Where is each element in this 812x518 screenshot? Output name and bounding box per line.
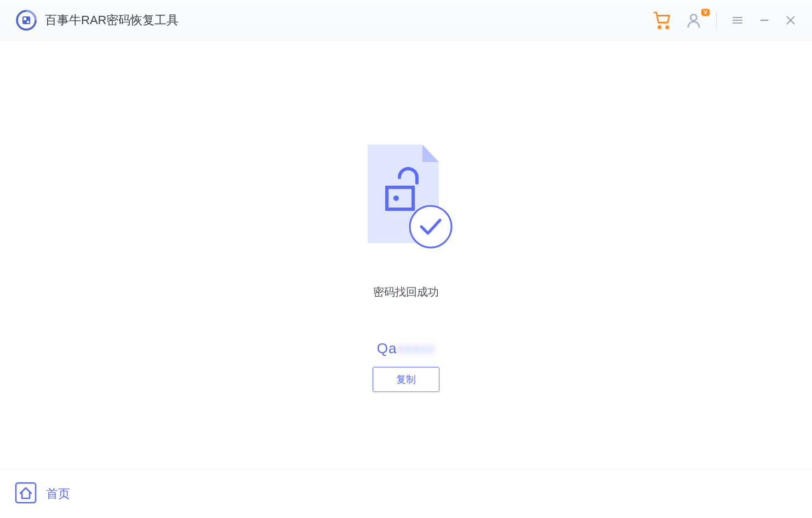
divider: [716, 12, 717, 28]
titlebar: 百事牛RAR密码恢复工具 V: [0, 0, 812, 41]
svg-point-15: [410, 206, 451, 248]
vip-badge: V: [701, 9, 710, 16]
close-icon[interactable]: [785, 14, 797, 26]
home-icon: [14, 481, 37, 507]
svg-point-14: [393, 195, 399, 201]
account-icon[interactable]: V: [685, 12, 702, 28]
home-link[interactable]: 首页: [14, 481, 70, 507]
footer: 首页: [0, 469, 812, 518]
copy-button[interactable]: 复制: [373, 367, 439, 392]
svg-rect-2: [24, 18, 26, 20]
app-logo-icon: [15, 9, 37, 31]
svg-rect-16: [16, 483, 36, 503]
svg-point-5: [666, 26, 668, 28]
status-text: 密码找回成功: [373, 285, 439, 300]
app-title: 百事牛RAR密码恢复工具: [45, 12, 179, 28]
svg-point-4: [659, 26, 661, 28]
password-visible-part: Qa: [377, 340, 397, 356]
svg-point-6: [690, 14, 696, 20]
password-hidden-part: xxxxx: [397, 340, 435, 356]
recovered-password: Qaxxxxx: [377, 340, 436, 357]
home-label: 首页: [46, 486, 70, 502]
main-content: 密码找回成功 Qaxxxxx 复制: [0, 41, 812, 469]
titlebar-right: V: [653, 11, 797, 30]
success-illustration-icon: [357, 145, 455, 254]
svg-rect-3: [27, 21, 29, 23]
minimize-icon[interactable]: [758, 14, 770, 26]
titlebar-left: 百事牛RAR密码恢复工具: [15, 9, 179, 31]
cart-icon[interactable]: [653, 11, 671, 30]
menu-icon[interactable]: [731, 14, 744, 27]
